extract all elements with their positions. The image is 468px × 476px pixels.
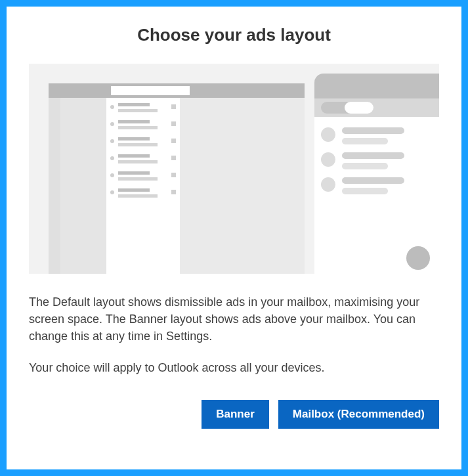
list-item xyxy=(314,123,439,148)
desktop-reading-pane xyxy=(180,98,305,274)
compose-fab-icon xyxy=(406,246,430,270)
desktop-message-list xyxy=(106,98,180,274)
dialog-title: Choose your ads layout xyxy=(29,25,439,45)
dialog-note: Your choice will apply to Outlook across… xyxy=(29,359,439,376)
list-item xyxy=(110,154,176,163)
mailbox-button[interactable]: Mailbox (Recommended) xyxy=(278,400,439,429)
layout-illustration xyxy=(29,64,439,274)
list-item xyxy=(110,188,176,198)
desktop-preview xyxy=(49,83,305,274)
desktop-header-bar xyxy=(49,83,305,98)
mobile-preview xyxy=(314,74,439,274)
desktop-search-placeholder xyxy=(111,86,190,95)
list-item xyxy=(110,137,176,146)
list-item xyxy=(110,171,176,181)
banner-button[interactable]: Banner xyxy=(202,400,269,429)
list-item xyxy=(110,120,176,129)
mobile-toggle xyxy=(321,102,373,114)
desktop-nav-pane xyxy=(60,98,106,274)
list-item xyxy=(314,148,439,173)
dialog-description: The Default layout shows dismissible ads… xyxy=(29,293,439,345)
desktop-body xyxy=(49,98,305,274)
mobile-toggle-knob xyxy=(345,102,373,114)
list-item xyxy=(110,103,176,112)
list-item xyxy=(314,173,439,198)
ads-layout-dialog: Choose your ads layout xyxy=(7,7,461,469)
mobile-message-list xyxy=(314,117,439,274)
mobile-header xyxy=(314,74,439,98)
dialog-button-row: Banner Mailbox (Recommended) xyxy=(29,400,439,429)
mobile-tab-bar xyxy=(314,98,439,117)
desktop-rail xyxy=(49,98,60,274)
